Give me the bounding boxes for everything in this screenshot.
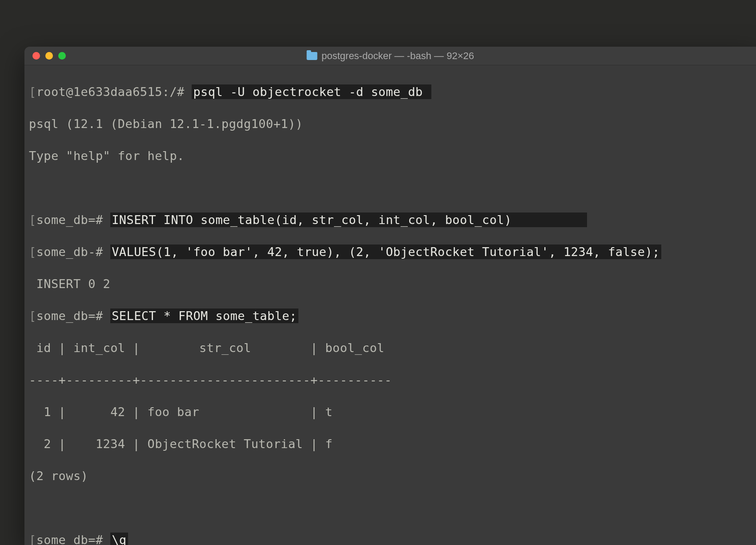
close-button[interactable] — [32, 52, 40, 60]
table-separator: ----+---------+-----------------------+-… — [29, 372, 752, 388]
minimize-button[interactable] — [45, 52, 53, 60]
table-header: id | int_col | str_col | bool_col — [29, 340, 752, 356]
window-title-container: postgres-docker — -bash — 92×26 — [306, 50, 474, 62]
command-text: VALUES(1, 'foo bar', 42, true), (2, 'Obj… — [110, 244, 661, 259]
terminal-line — [29, 180, 752, 196]
prompt-psql: some_db=# — [36, 533, 111, 545]
terminal-line: Type "help" for help. — [29, 148, 752, 164]
terminal-line: INSERT 0 2 — [29, 276, 752, 292]
bracket: [ — [29, 309, 36, 323]
terminal-line: [some_db=# \q — [29, 532, 752, 545]
terminal-line: psql (12.1 (Debian 12.1-1.pgdg100+1)) — [29, 116, 752, 132]
prompt-psql: some_db=# — [36, 213, 111, 227]
bracket: [ — [29, 245, 36, 259]
terminal-line: [some_db-# VALUES(1, 'foo bar', 42, true… — [29, 244, 752, 260]
bracket: [ — [29, 85, 36, 99]
command-text: INSERT INTO some_table(id, str_col, int_… — [110, 212, 587, 227]
traffic-lights — [32, 52, 66, 60]
terminal-window: postgres-docker — -bash — 92×26 [root@1e… — [24, 47, 756, 545]
maximize-button[interactable] — [58, 52, 66, 60]
terminal-line: (2 rows) — [29, 468, 752, 484]
prompt-psql: some_db-# — [36, 245, 111, 259]
bracket: [ — [29, 213, 36, 227]
terminal-line: [root@1e633daa6515:/# psql -U objectrock… — [29, 84, 752, 100]
terminal-body[interactable]: [root@1e633daa6515:/# psql -U objectrock… — [24, 65, 756, 545]
prompt-psql: some_db=# — [36, 309, 111, 323]
prompt-root: root@1e633daa6515:/# — [36, 85, 192, 99]
folder-icon — [306, 52, 317, 60]
bracket: [ — [29, 533, 36, 545]
command-text: SELECT * FROM some_table; — [110, 309, 298, 323]
window-title: postgres-docker — -bash — 92×26 — [322, 50, 474, 62]
terminal-line: [some_db=# SELECT * FROM some_table; — [29, 308, 752, 324]
command-text: psql -U objectrocket -d some_db — [192, 84, 431, 99]
terminal-line: [some_db=# INSERT INTO some_table(id, st… — [29, 212, 752, 228]
title-bar: postgres-docker — -bash — 92×26 — [24, 47, 756, 65]
table-row: 2 | 1234 | ObjectRocket Tutorial | f — [29, 436, 752, 452]
terminal-line — [29, 500, 752, 516]
command-text: \q — [110, 533, 128, 545]
table-row: 1 | 42 | foo bar | t — [29, 404, 752, 420]
